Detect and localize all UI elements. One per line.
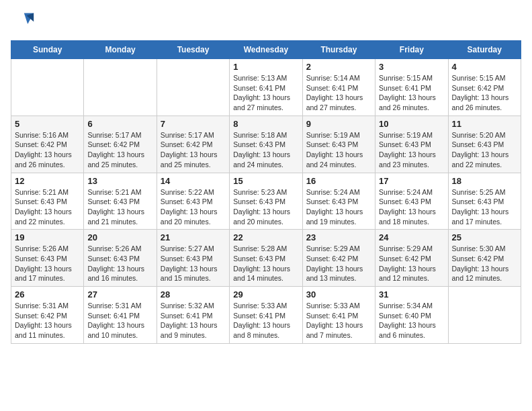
day-info: Sunrise: 5:17 AM Sunset: 6:42 PM Dayligh… [161, 130, 226, 170]
day-number: 9 [306, 119, 371, 129]
day-number: 22 [233, 232, 298, 242]
day-number: 3 [379, 62, 444, 72]
day-number: 18 [452, 176, 517, 186]
day-info: Sunrise: 5:21 AM Sunset: 6:43 PM Dayligh… [15, 187, 80, 227]
calendar-cell: 29Sunrise: 5:33 AM Sunset: 6:41 PM Dayli… [230, 287, 302, 344]
calendar-cell: 26Sunrise: 5:31 AM Sunset: 6:42 PM Dayli… [11, 287, 84, 344]
day-info: Sunrise: 5:21 AM Sunset: 6:43 PM Dayligh… [87, 187, 152, 227]
day-info: Sunrise: 5:19 AM Sunset: 6:43 PM Dayligh… [379, 130, 444, 170]
calendar-table: SundayMondayTuesdayWednesdayThursdayFrid… [11, 40, 521, 344]
calendar-week-row: 19Sunrise: 5:26 AM Sunset: 6:43 PM Dayli… [11, 230, 521, 287]
day-info: Sunrise: 5:31 AM Sunset: 6:41 PM Dayligh… [87, 301, 152, 340]
day-info: Sunrise: 5:32 AM Sunset: 6:41 PM Dayligh… [161, 301, 226, 340]
day-info: Sunrise: 5:18 AM Sunset: 6:43 PM Dayligh… [233, 130, 298, 170]
day-info: Sunrise: 5:13 AM Sunset: 6:41 PM Dayligh… [233, 73, 298, 113]
day-info: Sunrise: 5:27 AM Sunset: 6:43 PM Dayligh… [161, 244, 226, 283]
day-number: 11 [452, 119, 517, 129]
day-number: 20 [87, 232, 152, 242]
day-info: Sunrise: 5:30 AM Sunset: 6:42 PM Dayligh… [452, 244, 517, 283]
weekday-header-monday: Monday [84, 41, 157, 59]
calendar-cell: 23Sunrise: 5:29 AM Sunset: 6:42 PM Dayli… [302, 230, 375, 287]
calendar-cell [84, 59, 157, 116]
calendar-cell: 17Sunrise: 5:24 AM Sunset: 6:43 PM Dayli… [375, 173, 448, 230]
day-number: 8 [233, 119, 298, 129]
day-info: Sunrise: 5:19 AM Sunset: 6:43 PM Dayligh… [306, 130, 371, 170]
calendar-cell: 4Sunrise: 5:15 AM Sunset: 6:42 PM Daylig… [448, 59, 521, 116]
weekday-header-wednesday: Wednesday [230, 41, 302, 59]
day-number: 29 [233, 289, 298, 300]
day-info: Sunrise: 5:34 AM Sunset: 6:40 PM Dayligh… [379, 301, 444, 340]
day-number: 27 [87, 289, 152, 300]
page-header [11, 11, 521, 35]
day-number: 19 [15, 232, 80, 242]
day-number: 28 [161, 289, 226, 300]
day-info: Sunrise: 5:33 AM Sunset: 6:41 PM Dayligh… [306, 301, 371, 340]
weekday-header-tuesday: Tuesday [157, 41, 229, 59]
day-number: 7 [161, 119, 226, 129]
weekday-header-thursday: Thursday [302, 41, 375, 59]
day-number: 13 [87, 176, 152, 186]
calendar-week-row: 5Sunrise: 5:16 AM Sunset: 6:42 PM Daylig… [11, 116, 521, 173]
day-number: 5 [15, 119, 80, 129]
calendar-cell: 25Sunrise: 5:30 AM Sunset: 6:42 PM Dayli… [448, 230, 521, 287]
calendar-week-row: 1Sunrise: 5:13 AM Sunset: 6:41 PM Daylig… [11, 59, 521, 116]
calendar-cell: 3Sunrise: 5:15 AM Sunset: 6:41 PM Daylig… [375, 59, 448, 116]
calendar-week-row: 12Sunrise: 5:21 AM Sunset: 6:43 PM Dayli… [11, 173, 521, 230]
calendar-cell: 22Sunrise: 5:28 AM Sunset: 6:43 PM Dayli… [230, 230, 302, 287]
day-info: Sunrise: 5:33 AM Sunset: 6:41 PM Dayligh… [233, 301, 298, 340]
calendar-cell: 11Sunrise: 5:20 AM Sunset: 6:43 PM Dayli… [448, 116, 521, 173]
day-number: 31 [379, 289, 444, 300]
day-number: 1 [233, 62, 298, 72]
calendar-cell: 2Sunrise: 5:14 AM Sunset: 6:41 PM Daylig… [302, 59, 375, 116]
day-number: 23 [306, 232, 371, 242]
day-number: 14 [161, 176, 226, 186]
day-info: Sunrise: 5:26 AM Sunset: 6:43 PM Dayligh… [15, 244, 80, 283]
calendar-cell: 15Sunrise: 5:23 AM Sunset: 6:43 PM Dayli… [230, 173, 302, 230]
calendar-cell [157, 59, 229, 116]
calendar-cell: 13Sunrise: 5:21 AM Sunset: 6:43 PM Dayli… [84, 173, 157, 230]
calendar-cell: 5Sunrise: 5:16 AM Sunset: 6:42 PM Daylig… [11, 116, 84, 173]
calendar-cell [11, 59, 84, 116]
calendar-cell: 12Sunrise: 5:21 AM Sunset: 6:43 PM Dayli… [11, 173, 84, 230]
day-number: 4 [452, 62, 517, 72]
day-info: Sunrise: 5:15 AM Sunset: 6:42 PM Dayligh… [452, 73, 517, 113]
calendar-cell: 14Sunrise: 5:22 AM Sunset: 6:43 PM Dayli… [157, 173, 229, 230]
day-number: 17 [379, 176, 444, 186]
day-number: 12 [15, 176, 80, 186]
day-info: Sunrise: 5:24 AM Sunset: 6:43 PM Dayligh… [306, 187, 371, 227]
calendar-cell: 8Sunrise: 5:18 AM Sunset: 6:43 PM Daylig… [230, 116, 302, 173]
logo-icon [11, 11, 35, 35]
calendar-cell: 30Sunrise: 5:33 AM Sunset: 6:41 PM Dayli… [302, 287, 375, 344]
day-info: Sunrise: 5:20 AM Sunset: 6:43 PM Dayligh… [452, 130, 517, 170]
calendar-cell: 1Sunrise: 5:13 AM Sunset: 6:41 PM Daylig… [230, 59, 302, 116]
day-number: 6 [87, 119, 152, 129]
calendar-cell: 31Sunrise: 5:34 AM Sunset: 6:40 PM Dayli… [375, 287, 448, 344]
day-info: Sunrise: 5:23 AM Sunset: 6:43 PM Dayligh… [233, 187, 298, 227]
calendar-cell: 7Sunrise: 5:17 AM Sunset: 6:42 PM Daylig… [157, 116, 229, 173]
calendar-cell: 28Sunrise: 5:32 AM Sunset: 6:41 PM Dayli… [157, 287, 229, 344]
weekday-header-row: SundayMondayTuesdayWednesdayThursdayFrid… [11, 41, 521, 59]
day-number: 24 [379, 232, 444, 242]
day-number: 21 [161, 232, 226, 242]
day-info: Sunrise: 5:29 AM Sunset: 6:42 PM Dayligh… [306, 244, 371, 283]
day-number: 26 [15, 289, 80, 300]
day-info: Sunrise: 5:25 AM Sunset: 6:43 PM Dayligh… [452, 187, 517, 227]
calendar-cell: 19Sunrise: 5:26 AM Sunset: 6:43 PM Dayli… [11, 230, 84, 287]
day-info: Sunrise: 5:28 AM Sunset: 6:43 PM Dayligh… [233, 244, 298, 283]
calendar-cell: 20Sunrise: 5:26 AM Sunset: 6:43 PM Dayli… [84, 230, 157, 287]
weekday-header-friday: Friday [375, 41, 448, 59]
day-info: Sunrise: 5:24 AM Sunset: 6:43 PM Dayligh… [379, 187, 444, 227]
calendar-cell: 27Sunrise: 5:31 AM Sunset: 6:41 PM Dayli… [84, 287, 157, 344]
day-info: Sunrise: 5:22 AM Sunset: 6:43 PM Dayligh… [161, 187, 226, 227]
day-number: 10 [379, 119, 444, 129]
day-number: 16 [306, 176, 371, 186]
calendar-cell: 16Sunrise: 5:24 AM Sunset: 6:43 PM Dayli… [302, 173, 375, 230]
day-info: Sunrise: 5:17 AM Sunset: 6:42 PM Dayligh… [87, 130, 152, 170]
weekday-header-sunday: Sunday [11, 41, 84, 59]
day-info: Sunrise: 5:26 AM Sunset: 6:43 PM Dayligh… [87, 244, 152, 283]
day-number: 15 [233, 176, 298, 186]
day-number: 25 [452, 232, 517, 242]
day-info: Sunrise: 5:16 AM Sunset: 6:42 PM Dayligh… [15, 130, 80, 170]
day-info: Sunrise: 5:29 AM Sunset: 6:42 PM Dayligh… [379, 244, 444, 283]
calendar-cell: 10Sunrise: 5:19 AM Sunset: 6:43 PM Dayli… [375, 116, 448, 173]
